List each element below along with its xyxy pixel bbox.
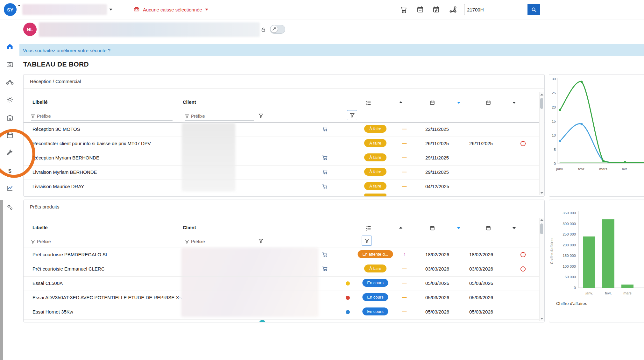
status-badge[interactable]: En cours (362, 279, 388, 287)
company-select-redacted[interactable] (22, 4, 107, 15)
date-end: 03/03/2026 (469, 266, 493, 272)
status-badge[interactable]: À faire (364, 168, 386, 176)
svg-text:janv.: janv. (585, 291, 593, 295)
status-badge[interactable]: À faire (364, 125, 386, 133)
table-row[interactable]: Essai CL500A En cours — 05/03/2026 05/03… (24, 276, 539, 291)
scroll-up-icon[interactable] (540, 219, 543, 221)
calendar-clock-icon[interactable] (416, 6, 424, 13)
chart-line-icon (6, 184, 14, 192)
sidebar: $ (0, 19, 19, 360)
status-badge[interactable]: À faire (364, 139, 386, 147)
sidebar-item-camera[interactable] (0, 57, 19, 71)
filter-libelle[interactable]: Préfixe (31, 237, 173, 246)
table-row[interactable]: Prêt courtoisie PBMDEREGALO SL En attent… (24, 248, 539, 262)
dropdown-caret-icon[interactable] (513, 227, 516, 229)
dropdown-caret-icon[interactable] (513, 102, 516, 104)
sidebar-item-calendar[interactable] (0, 128, 19, 142)
sidebar-item-settings[interactable] (0, 200, 19, 214)
no-cash-register-warning[interactable]: Aucune caisse sélectionnée (133, 0, 208, 19)
scrollbar[interactable] (539, 92, 544, 195)
cart-icon[interactable] (322, 252, 328, 258)
calendar-edit-icon[interactable] (432, 6, 440, 13)
search-group (464, 4, 540, 15)
sidebar-item-parts[interactable] (0, 93, 19, 107)
table-row[interactable]: Réception 3C MOTOS À faire — 22/11/2025 (24, 122, 539, 137)
status-badge[interactable]: En cours (362, 307, 388, 315)
priority-mark: — (402, 183, 407, 189)
status-badge[interactable]: À faire (364, 265, 386, 272)
checklist-icon[interactable] (365, 100, 371, 107)
scroll-down-icon[interactable] (540, 192, 543, 194)
status-badge[interactable]: En cours (362, 293, 388, 301)
status-badge[interactable]: À faire (364, 182, 386, 190)
sidebar-item-workshop[interactable] (0, 146, 19, 160)
scroll-down-icon[interactable] (540, 318, 543, 320)
client-avatar[interactable]: NL (23, 23, 37, 36)
scrollbar[interactable] (539, 218, 544, 321)
table-row[interactable]: Essai ADV350AT-3ED AVEC POTENTIELLE ETUD… (24, 291, 539, 305)
home-icon (6, 43, 14, 50)
date-end: 05/03/2026 (469, 295, 493, 300)
filter-funnel-button[interactable] (258, 239, 263, 245)
filter-client[interactable]: Préfixe (185, 112, 254, 121)
filter-funnel-button-active[interactable] (347, 110, 357, 120)
filter-libelle[interactable]: Préfixe (31, 112, 173, 121)
scroll-up-icon[interactable] (540, 94, 543, 95)
security-banner[interactable]: Vous souhaitez améliorer votre sécurité … (19, 44, 644, 56)
filter-funnel-button[interactable] (258, 113, 263, 119)
dropdown-caret-blue-icon[interactable] (457, 102, 460, 104)
user-avatar[interactable]: SY (4, 3, 17, 16)
column-header-client[interactable]: Client (183, 99, 196, 105)
scroll-thumb[interactable] (540, 98, 543, 109)
calendar-icon[interactable] (430, 100, 435, 106)
dropdown-caret-blue-icon[interactable] (457, 227, 460, 229)
search-input[interactable] (464, 4, 527, 15)
toggle-switch[interactable] (270, 25, 285, 34)
status-badge[interactable]: En attente d... (358, 250, 393, 258)
svg-text:25: 25 (552, 91, 556, 95)
sidebar-item-motorcycle[interactable] (0, 75, 19, 89)
cart-icon[interactable] (400, 6, 407, 13)
calendar-icon[interactable] (430, 225, 435, 232)
sort-asc-icon[interactable] (399, 227, 402, 229)
sidebar-item-finance[interactable]: $ (0, 164, 19, 178)
company-caret-icon[interactable] (109, 9, 112, 11)
svg-text:15: 15 (552, 119, 556, 123)
scroll-thumb[interactable] (540, 223, 543, 234)
caisse-warning-label: Aucune caisse sélectionnée (143, 7, 202, 12)
cart-icon[interactable] (322, 266, 328, 272)
sort-asc-icon[interactable] (399, 101, 402, 103)
table-row[interactable]: Prêt courtoisie Emmanuel CLERC À faire —… (24, 262, 539, 277)
filter-funnel-button-active[interactable] (362, 236, 372, 246)
column-header-client[interactable]: Client (183, 225, 196, 230)
date-start: 04/12/2025 (425, 184, 449, 189)
motorcycle-icon (6, 78, 14, 86)
table-row[interactable]: Essai Hornet 35Kw En cours — 05/03/2026 … (24, 305, 539, 320)
cart-icon[interactable] (322, 184, 328, 190)
camera-icon (6, 60, 14, 68)
filter-client[interactable]: Préfixe (185, 237, 254, 246)
column-header-libelle[interactable]: Libellé (32, 225, 48, 230)
table-row[interactable]: Recontacter client pour info si baisse d… (24, 137, 539, 151)
moped-icon[interactable] (449, 6, 456, 13)
svg-text:5: 5 (554, 148, 556, 152)
sidebar-item-home[interactable] (0, 39, 19, 53)
status-badge[interactable]: À faire (364, 153, 386, 161)
search-button[interactable] (527, 4, 540, 15)
date-end: 05/03/2026 (469, 309, 493, 314)
sidebar-item-building[interactable] (0, 111, 19, 125)
cart-icon[interactable] (322, 169, 328, 176)
table-row[interactable]: Livraison Maurice DRAY À faire — 04/12/2… (24, 180, 539, 194)
row-label: Essai CL500A (32, 280, 63, 286)
calendar-icon[interactable] (486, 225, 491, 232)
cart-icon[interactable] (322, 126, 328, 133)
calendar-icon[interactable] (486, 100, 491, 106)
table-row[interactable]: Réception Myriam BERHONDE À faire — 29/1… (24, 151, 539, 166)
collapsed-panel-strip[interactable] (0, 200, 3, 360)
checklist-icon[interactable] (365, 225, 371, 232)
table-row[interactable]: Livraison Myriam BERHONDE À faire — 29/1… (24, 165, 539, 180)
date-start: 05/03/2026 (425, 309, 449, 314)
sidebar-item-stats[interactable] (0, 181, 19, 195)
column-header-libelle[interactable]: Libellé (32, 99, 48, 105)
cart-icon[interactable] (322, 155, 328, 161)
